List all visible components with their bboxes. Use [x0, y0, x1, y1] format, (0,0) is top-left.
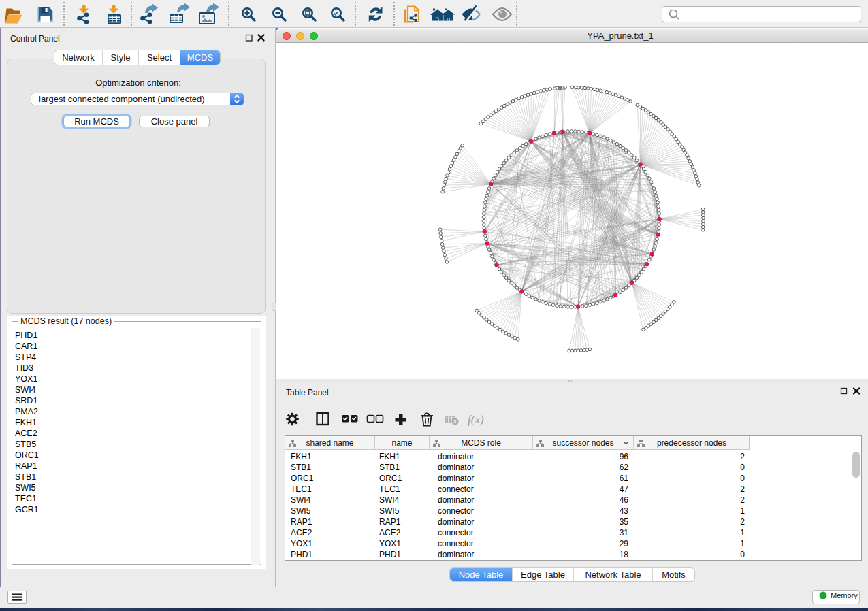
svg-text:f(x): f(x) [468, 413, 484, 426]
